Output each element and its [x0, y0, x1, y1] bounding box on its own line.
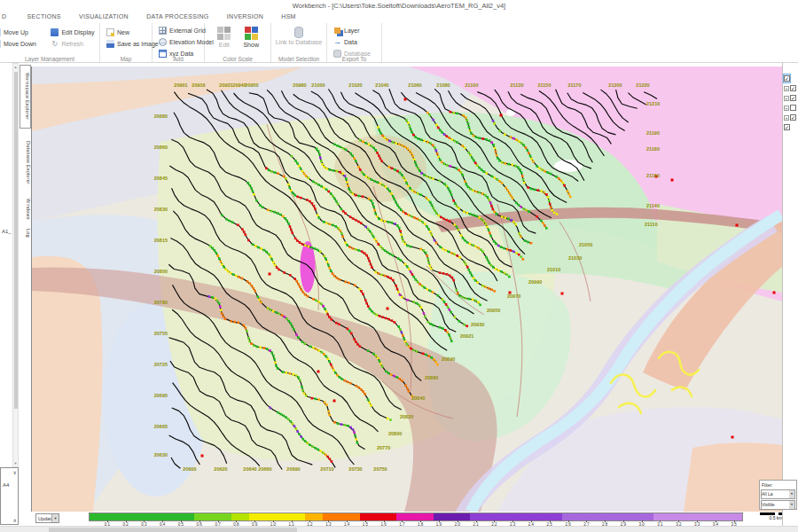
flight-line-label: 20930 — [471, 322, 484, 327]
data-point — [259, 347, 262, 349]
data-point — [476, 164, 479, 167]
sidebar-list-box[interactable]: ∨ A4 ∧ — [0, 467, 19, 525]
data-point — [298, 165, 301, 168]
data-point — [399, 230, 402, 232]
data-point — [474, 162, 477, 165]
link-to-database-button[interactable]: Link to Database — [274, 26, 324, 45]
layer-row[interactable]: +✓ — [784, 84, 796, 92]
scroll-up-icon[interactable]: ▲ — [13, 65, 18, 69]
layer-row[interactable]: +✓ — [784, 113, 796, 121]
expand-icon[interactable]: + — [784, 86, 789, 91]
data-point — [439, 129, 442, 132]
data-point — [333, 198, 336, 200]
data-point — [277, 212, 279, 215]
data-point — [345, 149, 348, 152]
edit-display-button[interactable]: Edit Display — [48, 27, 97, 38]
color-scale-show-button[interactable]: Show — [239, 26, 262, 48]
ribbon-tab-grid[interactable]: D — [0, 12, 17, 20]
chevron-down-icon[interactable]: ∨ — [13, 469, 17, 475]
filter-all-layers-select[interactable]: All La▼ — [761, 489, 795, 499]
ribbon-tab-inversion[interactable]: INVERSION — [219, 12, 271, 20]
export-layer-button[interactable]: Layer — [331, 25, 373, 36]
expand-icon[interactable]: + — [784, 115, 789, 121]
data-point — [285, 177, 287, 180]
move-down-button[interactable]: Move Down — [0, 38, 39, 50]
ribbon-tab-visualization[interactable]: VISUALIZATION — [71, 12, 137, 20]
data-point — [293, 328, 295, 331]
data-point — [301, 170, 304, 173]
layer-row[interactable]: + — [784, 104, 796, 112]
refresh-button[interactable]: ↻Refresh — [48, 38, 97, 50]
layer-checkbox[interactable]: ✓ — [790, 95, 796, 101]
export-data-button[interactable]: →Data — [331, 36, 373, 48]
filter-visible-select[interactable]: Visible▼ — [761, 500, 795, 510]
data-point — [401, 237, 403, 239]
data-point — [315, 182, 317, 184]
sidebar-tab-log[interactable]: Log — [20, 226, 31, 240]
ribbon-tab-sections[interactable]: SECTIONS — [20, 12, 69, 20]
data-point — [343, 379, 346, 382]
layer-checkbox[interactable]: ✓ — [784, 124, 790, 130]
layer-row[interactable]: ✓ — [784, 123, 790, 131]
data-point — [456, 226, 458, 229]
scrollbar-thumb[interactable] — [14, 72, 18, 409]
scroll-down-icon[interactable]: ▼ — [13, 461, 18, 466]
sidebar-tab-workspace-explorer[interactable]: Workspace Explorer — [20, 65, 31, 129]
data-point — [348, 282, 350, 285]
expand-icon[interactable]: + — [784, 106, 789, 111]
color-scale-segment — [396, 513, 433, 520]
data-point — [362, 195, 364, 198]
data-point — [306, 442, 309, 445]
data-point — [520, 236, 522, 239]
data-point — [313, 205, 316, 207]
color-scale-edit-button[interactable]: Edit — [213, 26, 236, 48]
data-point — [456, 168, 458, 170]
map-canvas[interactable]: 2090120916209312094020950209802100021020… — [31, 66, 783, 512]
data-point — [387, 166, 390, 168]
data-point — [432, 207, 434, 209]
layer-checkbox[interactable]: ✓ — [790, 114, 796, 121]
data-point — [371, 266, 373, 269]
horizontal-scrollbar[interactable] — [0, 526, 798, 532]
scrollbar-thumb[interactable] — [49, 528, 297, 532]
data-point — [374, 213, 377, 215]
flight-line-label: 20820 — [400, 414, 413, 419]
data-point — [216, 300, 219, 302]
data-point — [491, 141, 494, 144]
data-point — [406, 299, 409, 301]
chevron-up-icon[interactable]: ∧ — [13, 517, 17, 523]
sidebar-tab-windows[interactable]: Windows — [20, 196, 31, 223]
data-point — [229, 220, 231, 223]
data-point — [323, 187, 325, 190]
expand-icon[interactable]: + — [784, 96, 789, 101]
list-item[interactable]: A4 — [3, 482, 9, 488]
data-point — [367, 349, 370, 352]
dropdown-arrow-icon[interactable]: ▼ — [789, 490, 794, 498]
data-point — [329, 168, 332, 171]
sidebar-tab-database-explorer[interactable]: Database Explorer — [20, 133, 31, 192]
layer-checkbox[interactable]: ✓ — [790, 85, 796, 91]
data-point — [473, 214, 475, 216]
dropdown-arrow-icon[interactable]: ▼ — [789, 501, 794, 509]
data-point — [218, 257, 221, 260]
data-point — [391, 319, 394, 322]
data-point — [541, 168, 544, 171]
tree-item[interactable]: A1_ — [2, 229, 12, 234]
layer-row[interactable]: ✓ — [784, 74, 790, 82]
data-point — [417, 168, 419, 170]
tree-vertical-scrollbar[interactable]: ▲ ▼ — [12, 63, 19, 467]
layer-checkbox[interactable]: ✓ — [784, 75, 790, 82]
layer-checkbox[interactable] — [790, 105, 796, 111]
move-up-button[interactable]: Move Up — [0, 27, 39, 38]
data-point — [456, 113, 458, 115]
ribbon-tab-data-processing[interactable]: DATA PROCESSING — [138, 12, 216, 20]
data-point — [429, 231, 432, 233]
data-point — [545, 227, 548, 230]
ribbon-tab-hsm[interactable]: HSM — [273, 12, 303, 20]
data-point — [483, 220, 486, 223]
data-point — [322, 451, 325, 454]
data-point — [367, 228, 370, 231]
layer-row[interactable]: +✓ — [784, 94, 796, 102]
data-point — [567, 193, 570, 196]
data-point — [426, 254, 428, 257]
